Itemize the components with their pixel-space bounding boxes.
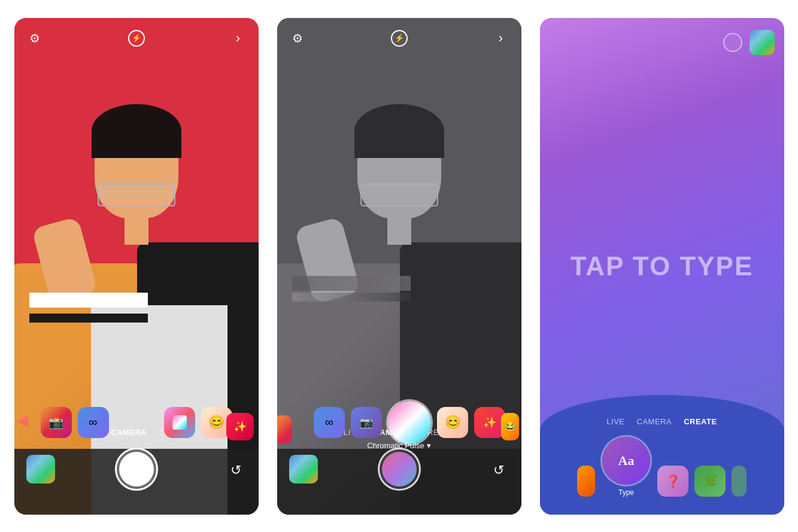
effects-row-1: 📸 ∞ 😊: [14, 401, 259, 444]
effect-partial-right-2: 😂: [501, 413, 519, 440]
effects-row-2: ∞ 📷 😊 ✨: [277, 401, 521, 444]
effect-partial-3: [577, 466, 595, 497]
hair-2: [354, 104, 444, 158]
jacket-stripe-white: [29, 293, 148, 308]
shutter-inner-1: [119, 452, 154, 487]
svg-rect-0: [172, 415, 187, 430]
chevron-right-icon-2: ›: [499, 31, 503, 46]
forward-icon-2[interactable]: ›: [493, 30, 509, 47]
effect-green-3[interactable]: 🌿: [694, 466, 726, 497]
hair: [92, 104, 181, 158]
phone-3: TAP TO TYPE LIVE CAMERA CREATE Aa Type: [540, 18, 784, 515]
chevron-right-icon: ›: [236, 31, 240, 46]
chromatic-stripe-2: [292, 293, 411, 302]
nav-camera-3[interactable]: CAMERA: [637, 417, 672, 426]
shutter-effects-area-3: Aa Type ❓ 🌿: [540, 437, 784, 503]
phone-1: ⚙ ⚡ › LIVE CAMERA CREATE ↺: [14, 18, 259, 515]
shutter-area-1: [14, 448, 259, 491]
effects-right-3: ❓ 🌿: [657, 466, 747, 497]
effect-sparkle-1[interactable]: ✨: [226, 413, 254, 440]
forward-icon[interactable]: ›: [230, 30, 247, 47]
effect-gradient-1[interactable]: [164, 407, 195, 438]
type-button-container: Aa Type: [602, 437, 650, 497]
type-label: Type: [618, 488, 634, 497]
effect-partial-right-3: [732, 466, 747, 497]
effect-emoji-2[interactable]: 😊: [437, 407, 468, 438]
phone-2: ⚙ ⚡ › Chromatic Pulse ▾ LIVE CAMERA CREA…: [277, 18, 521, 515]
settings-icon-2[interactable]: ⚙: [289, 30, 306, 47]
tap-to-type-text[interactable]: TAP TO TYPE: [571, 251, 754, 280]
gallery-image-3: [750, 30, 775, 55]
chromatic-stripe-1: [292, 276, 411, 291]
shutter-area-2: [277, 448, 521, 491]
jacket-stripe-black: [29, 314, 148, 323]
type-shutter-button[interactable]: Aa: [602, 437, 650, 485]
effect-infinity-2[interactable]: ∞: [314, 407, 345, 438]
shutter-spacer: [115, 401, 158, 444]
flash-icon-2[interactable]: ⚡: [391, 30, 408, 47]
nav-live-3[interactable]: LIVE: [606, 417, 624, 426]
effect-question-3[interactable]: ❓: [657, 466, 688, 497]
effects-left-3: [577, 466, 595, 497]
chromatic-shutter-inner: [382, 452, 417, 487]
effect-partial-left: [277, 415, 292, 444]
top-bar-2: ⚙ ⚡ ›: [277, 30, 521, 47]
gallery-icon-3[interactable]: [750, 30, 775, 55]
filter-label[interactable]: Chromatic Pulse ▾: [367, 441, 430, 450]
top-bar-3: [723, 30, 775, 55]
shutter-button-2[interactable]: [378, 448, 421, 491]
shutter-button-1[interactable]: [115, 448, 158, 491]
type-aa-label: Aa: [618, 453, 635, 469]
effect-camera-2[interactable]: 📷: [351, 407, 382, 438]
effect-chromatic-active[interactable]: [388, 401, 431, 444]
effect-instagram-1[interactable]: 📸: [41, 407, 72, 438]
filter-chevron-down: ▾: [427, 441, 431, 450]
settings-icon[interactable]: ⚙: [26, 30, 43, 47]
filter-name: Chromatic Pulse: [367, 441, 424, 450]
top-bar-1: ⚙ ⚡ ›: [14, 30, 259, 47]
effect-infinity-1[interactable]: ∞: [78, 407, 109, 438]
bottom-nav-3: LIVE CAMERA CREATE: [540, 417, 784, 426]
glasses: [98, 184, 175, 206]
color-circle-icon[interactable]: [723, 33, 742, 52]
flash-icon[interactable]: ⚡: [128, 30, 145, 47]
nav-create-3[interactable]: CREATE: [684, 417, 717, 426]
glasses-2: [360, 184, 438, 206]
